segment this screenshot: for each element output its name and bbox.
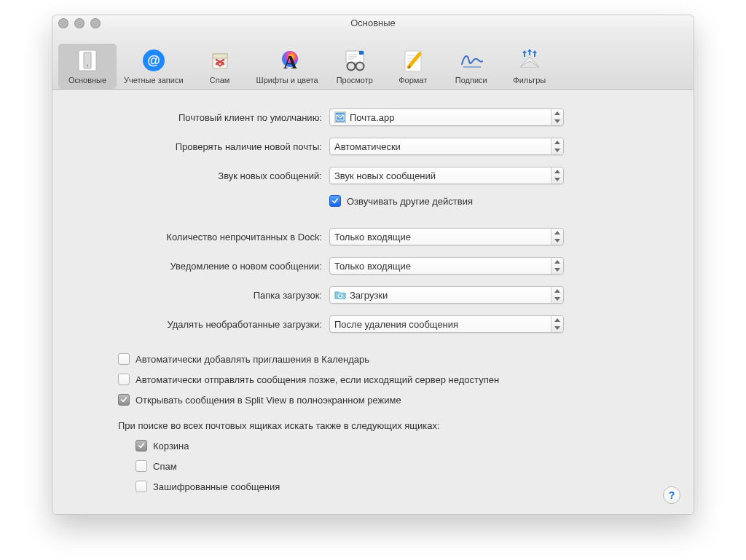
toolbar-viewing[interactable]: Просмотр xyxy=(326,44,384,89)
new-notify-popup[interactable]: Только входящие xyxy=(329,257,564,275)
stepper-icon xyxy=(551,287,563,303)
toolbar-label: Спам xyxy=(210,76,230,84)
signatures-icon xyxy=(458,47,485,74)
svg-rect-6 xyxy=(213,54,227,58)
dock-count-label: Количество непрочитанных в Dock: xyxy=(74,232,329,242)
svg-text:@: @ xyxy=(147,53,160,68)
svg-point-2 xyxy=(87,65,88,66)
new-notify-value: Только входящие xyxy=(334,261,547,272)
fonts-icon: A xyxy=(273,47,301,74)
composing-icon xyxy=(399,47,427,74)
auto-calendar-label: Автоматически добавлять приглашения в Ка… xyxy=(136,354,369,365)
search-junk-checkbox[interactable] xyxy=(136,460,147,472)
auto-send-later-label: Автоматически отправлять сообщения позже… xyxy=(136,374,499,385)
stepper-icon xyxy=(551,138,563,154)
general-icon xyxy=(74,47,101,74)
stepper-icon xyxy=(551,229,563,245)
search-trash-label: Корзина xyxy=(153,441,189,451)
help-icon: ? xyxy=(669,489,675,501)
rules-icon xyxy=(516,47,543,74)
default-client-label: Почтовый клиент по умолчанию: xyxy=(74,112,329,123)
row-search-encrypted: Зашифрованные сообщения xyxy=(136,476,672,497)
check-mail-popup[interactable]: Автоматически xyxy=(329,138,564,155)
search-encrypted-label: Зашифрованные сообщения xyxy=(153,481,280,492)
close-button[interactable] xyxy=(58,18,68,28)
svg-point-14 xyxy=(347,63,355,71)
toolbar-label: Шрифты и цвета xyxy=(256,76,318,84)
viewing-icon xyxy=(341,47,369,74)
toolbar: Основные @ Учетные записи Спам A Шрифты … xyxy=(52,31,694,90)
row-dock-count: Количество непрочитанных в Dock: Только … xyxy=(74,222,672,251)
help-button[interactable]: ? xyxy=(663,486,680,504)
stepper-icon xyxy=(551,167,563,184)
toolbar-fonts[interactable]: A Шрифты и цвета xyxy=(249,44,326,89)
search-encrypted-checkbox[interactable] xyxy=(136,481,147,492)
new-sound-value: Звук новых сообщений xyxy=(334,170,547,181)
row-split-view: Открывать сообщения в Split View в полно… xyxy=(74,390,672,410)
row-play-other-sounds: Озвучивать другие действия xyxy=(74,190,672,212)
junk-icon xyxy=(206,47,234,74)
new-sound-popup[interactable]: Звук новых сообщений xyxy=(329,167,564,184)
mail-app-icon xyxy=(334,111,346,123)
default-client-value: Почта.app xyxy=(350,112,547,123)
toolbar-junk[interactable]: Спам xyxy=(191,44,249,89)
minimize-button[interactable] xyxy=(74,18,85,28)
toolbar-label: Фильтры xyxy=(513,76,546,84)
check-mail-label: Проверять наличие новой почты: xyxy=(74,141,329,152)
row-search-junk: Спам xyxy=(136,456,672,476)
stepper-icon xyxy=(551,109,563,125)
row-check-mail: Проверять наличие новой почты: Автоматич… xyxy=(74,132,672,161)
downloads-popup[interactable]: Загрузки xyxy=(329,286,564,304)
new-notify-label: Уведомление о новом сообщении: xyxy=(74,261,329,272)
dock-count-popup[interactable]: Только входящие xyxy=(329,228,564,245)
traffic-lights xyxy=(58,18,101,28)
titlebar: Основные xyxy=(52,15,694,31)
search-junk-label: Спам xyxy=(153,461,177,472)
toolbar-label: Подписи xyxy=(455,76,487,84)
remove-dl-label: Удалять необработанные загрузки: xyxy=(74,319,329,330)
row-auto-calendar: Автоматически добавлять приглашения в Ка… xyxy=(74,349,672,369)
downloads-folder-icon xyxy=(334,289,346,301)
dock-count-value: Только входящие xyxy=(334,232,547,242)
play-other-sounds-label: Озвучивать другие действия xyxy=(347,196,473,207)
row-default-client: Почтовый клиент по умолчанию: Почта.app xyxy=(74,103,672,132)
remove-dl-popup[interactable]: После удаления сообщения xyxy=(329,315,564,333)
split-view-label: Открывать сообщения в Split View в полно… xyxy=(136,395,401,406)
row-new-sound: Звук новых сообщений: Звук новых сообщен… xyxy=(74,161,672,190)
default-client-popup[interactable]: Почта.app xyxy=(329,109,564,126)
preferences-window: Основные Основные @ Учетные записи Спам xyxy=(52,15,694,515)
window-title: Основные xyxy=(52,17,694,28)
search-trash-checkbox[interactable] xyxy=(136,440,147,451)
accounts-icon: @ xyxy=(140,47,168,74)
toolbar-signatures[interactable]: Подписи xyxy=(442,44,500,89)
downloads-label: Папка загрузок: xyxy=(74,290,329,301)
row-downloads: Папка загрузок: Загрузки xyxy=(74,280,672,309)
auto-calendar-checkbox[interactable] xyxy=(118,353,130,365)
svg-point-15 xyxy=(356,63,364,71)
row-search-trash: Корзина xyxy=(136,435,672,456)
toolbar-general[interactable]: Основные xyxy=(58,44,117,89)
toolbar-composing[interactable]: Формат xyxy=(384,44,442,89)
toolbar-label: Формат xyxy=(398,76,427,84)
new-sound-label: Звук новых сообщений: xyxy=(74,170,329,181)
zoom-button[interactable] xyxy=(90,18,101,28)
toolbar-rules[interactable]: Фильтры xyxy=(500,44,559,89)
row-new-notify: Уведомление о новом сообщении: Только вх… xyxy=(74,251,672,280)
content-area: Почтовый клиент по умолчанию: Почта.app … xyxy=(52,90,694,514)
svg-text:A: A xyxy=(283,52,297,73)
play-other-sounds-checkbox[interactable] xyxy=(329,195,341,207)
auto-send-later-checkbox[interactable] xyxy=(118,374,130,385)
downloads-value: Загрузки xyxy=(350,290,547,301)
toolbar-label: Просмотр xyxy=(337,76,373,84)
stepper-icon xyxy=(551,316,563,332)
toolbar-label: Учетные записи xyxy=(124,76,184,84)
search-checks: Корзина Спам Зашифрованные сообщения xyxy=(74,435,672,497)
row-auto-send-later: Автоматически отправлять сообщения позже… xyxy=(74,369,672,390)
svg-rect-10 xyxy=(359,51,364,55)
row-remove-downloads: Удалять необработанные загрузки: После у… xyxy=(74,309,672,339)
toolbar-accounts[interactable]: @ Учетные записи xyxy=(117,44,191,89)
remove-dl-value: После удаления сообщения xyxy=(334,319,547,330)
stepper-icon xyxy=(551,258,563,274)
split-view-checkbox[interactable] xyxy=(118,394,130,406)
toolbar-label: Основные xyxy=(68,76,106,84)
